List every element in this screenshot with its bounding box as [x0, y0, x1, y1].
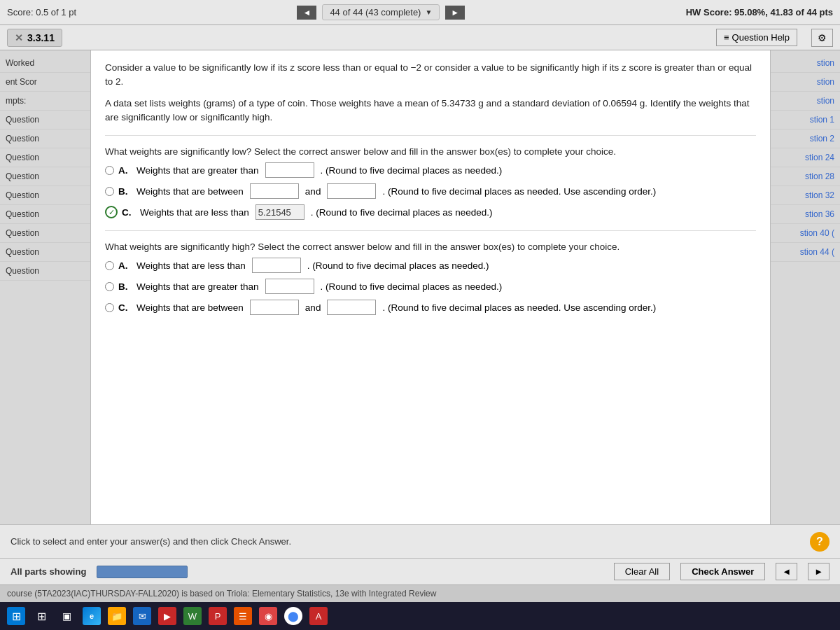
q2-option-b[interactable]: B. Weights that are greater than . (Roun…: [105, 279, 756, 294]
question-1-section: What weights are significantly low? Sele…: [105, 146, 756, 220]
task-view-icon: ▣: [62, 610, 71, 622]
q2-radio-b[interactable]: [105, 282, 114, 291]
app-icon-1: W: [183, 607, 202, 625]
app-button-3[interactable]: ☰: [232, 606, 253, 626]
search-icon: ⊞: [37, 610, 46, 623]
content-area: Consider a value to be significantly low…: [91, 50, 770, 524]
windows-start-button[interactable]: ⊞: [6, 606, 27, 626]
acrobat-button[interactable]: A: [308, 606, 329, 626]
acrobat-icon: A: [309, 607, 328, 625]
q2-option-a-letter: A.: [118, 260, 132, 271]
click-instruction: Click to select and enter your answer(s)…: [10, 536, 799, 547]
right-sidebar-item-7[interactable]: stion 28: [771, 167, 840, 186]
q2-radio-a[interactable]: [105, 261, 114, 270]
sidebar-item-q1[interactable]: Question: [0, 111, 90, 130]
score-label: Score: 0.5 of 1 pt: [7, 7, 76, 18]
sidebar-item-q8[interactable]: Question: [0, 243, 90, 262]
q2-option-a[interactable]: A. Weights that are less than . (Round t…: [105, 258, 756, 273]
prev-nav-button[interactable]: ◄: [297, 6, 316, 20]
app-icon-2: P: [209, 607, 227, 625]
q2-option-c-input1[interactable]: [250, 300, 299, 315]
q2-option-a-input[interactable]: [252, 258, 301, 273]
right-sidebar-item-6[interactable]: stion 24: [771, 148, 840, 167]
windows-icon: ⊞: [7, 607, 25, 625]
right-sidebar-item-8[interactable]: stion 32: [771, 186, 840, 205]
question-id: 3.3.11: [27, 32, 55, 43]
app-button-1[interactable]: W: [182, 606, 203, 626]
gear-button[interactable]: ⚙: [811, 29, 833, 47]
q1-option-b-input1[interactable]: [250, 183, 299, 199]
question-2-section: What weights are significantly high? Sel…: [105, 241, 756, 315]
question-help-button[interactable]: ≡ Question Help: [716, 29, 797, 46]
q1-option-c-input[interactable]: 5.21545: [255, 204, 304, 220]
right-sidebar-item-11[interactable]: stion 44 (: [771, 243, 840, 262]
q1-option-c-text2: . (Round to five decimal places as neede…: [311, 207, 493, 218]
check-answer-button[interactable]: Check Answer: [680, 563, 765, 580]
app-button-2[interactable]: P: [207, 606, 228, 626]
sidebar-item-q3[interactable]: Question: [0, 148, 90, 167]
q1-option-c[interactable]: ✓ C. Weights that are less than 5.21545 …: [105, 204, 756, 220]
q2-option-c-letter: C.: [118, 302, 132, 313]
problem-data-desc: A data set lists weights (grams) of a ty…: [105, 97, 756, 125]
sidebar-item-q2[interactable]: Question: [0, 130, 90, 148]
q1-option-a[interactable]: A. Weights that are greater than . (Roun…: [105, 162, 756, 178]
footer: course (5TA2023(IAC)THURSDAY-FALL2020) i…: [0, 584, 840, 602]
sidebar-item-q7[interactable]: Question: [0, 224, 90, 243]
sidebar-item-mpts[interactable]: mpts:: [0, 92, 90, 111]
q2-option-c[interactable]: C. Weights that are between and . (Round…: [105, 300, 756, 315]
sidebar-item-ent-score[interactable]: ent Scor: [0, 73, 90, 92]
q2-option-b-input[interactable]: [265, 279, 314, 294]
q2-option-c-input2[interactable]: [327, 300, 376, 315]
q1-option-b-text2: . (Round to five decimal places as neede…: [382, 186, 656, 197]
q1-option-b[interactable]: B. Weights that are between and . (Round…: [105, 183, 756, 199]
q2-radio-c[interactable]: [105, 303, 114, 312]
all-parts-label: All parts showing: [10, 566, 86, 577]
q1-option-c-letter: C.: [122, 207, 136, 218]
right-sidebar-item-2[interactable]: stion: [771, 73, 840, 92]
divider-2: [105, 230, 756, 231]
parts-nav-next[interactable]: ►: [808, 563, 830, 580]
sidebar-item-worked[interactable]: Worked: [0, 54, 90, 73]
q1-option-a-text1: Weights that are greater than: [136, 165, 259, 176]
close-icon[interactable]: ✕: [15, 32, 23, 43]
clear-all-button[interactable]: Clear All: [614, 563, 670, 580]
next-nav-button[interactable]: ►: [445, 6, 465, 20]
sidebar-item-q5[interactable]: Question: [0, 186, 90, 205]
help-button[interactable]: ?: [810, 532, 830, 552]
chrome-button[interactable]: ⬤: [283, 606, 304, 626]
task-view-button[interactable]: ▣: [56, 606, 77, 626]
file-explorer-button[interactable]: 📁: [106, 606, 127, 626]
right-sidebar-item-1[interactable]: stion: [771, 54, 840, 73]
q1-option-a-input[interactable]: [265, 162, 314, 178]
right-sidebar: stion stion stion stion 1 stion 2 stion …: [770, 50, 840, 524]
search-button[interactable]: ⊞: [31, 606, 52, 626]
q1-radio-b[interactable]: [105, 187, 114, 196]
media-button[interactable]: ▶: [157, 606, 178, 626]
taskbar: ⊞ ⊞ ▣ e 📁 ✉ ▶ W P ☰ ◉ ⬤ A: [0, 602, 840, 630]
q1-option-b-and: and: [305, 186, 321, 197]
right-sidebar-item-5[interactable]: stion 2: [771, 130, 840, 148]
right-sidebar-item-10[interactable]: stion 40 (: [771, 224, 840, 243]
sidebar-item-q9[interactable]: Question: [0, 262, 90, 281]
mail-button[interactable]: ✉: [132, 606, 153, 626]
q2-option-b-text1: Weights that are greater than: [136, 281, 259, 292]
q1-radio-a[interactable]: [105, 166, 114, 175]
sidebar-item-q4[interactable]: Question: [0, 167, 90, 186]
sidebar-item-q6[interactable]: Question: [0, 205, 90, 224]
app-button-4[interactable]: ◉: [258, 606, 279, 626]
mail-icon: ✉: [133, 607, 151, 625]
right-sidebar-item-3[interactable]: stion: [771, 92, 840, 111]
chrome-icon: ⬤: [284, 607, 302, 625]
q1-option-b-input2[interactable]: [327, 183, 376, 199]
edge-browser-button[interactable]: e: [81, 606, 102, 626]
q1-option-b-text1: Weights that are between: [136, 186, 244, 197]
q2-option-c-text2: . (Round to five decimal places as neede…: [382, 302, 656, 313]
right-sidebar-item-9[interactable]: stion 36: [771, 205, 840, 224]
progress-dropdown-arrow[interactable]: ▼: [425, 8, 432, 16]
q2-prompt: What weights are significantly high? Sel…: [105, 241, 756, 252]
right-sidebar-item-4[interactable]: stion 1: [771, 111, 840, 130]
q2-option-a-text2: . (Round to five decimal places as neede…: [307, 260, 489, 271]
q1-radio-c-checked[interactable]: ✓: [105, 206, 118, 218]
nav-center: ◄ 44 of 44 (43 complete) ▼ ►: [90, 4, 672, 20]
parts-nav-prev[interactable]: ◄: [776, 563, 797, 580]
